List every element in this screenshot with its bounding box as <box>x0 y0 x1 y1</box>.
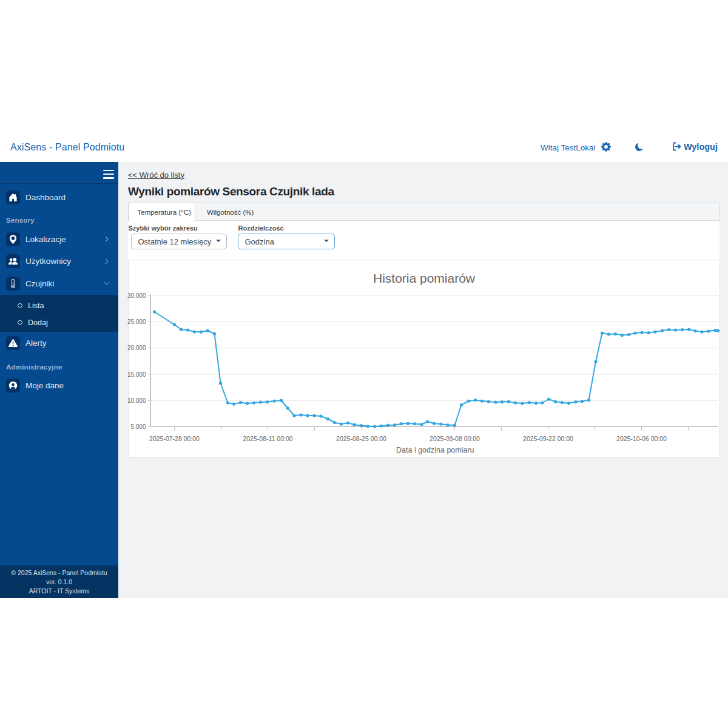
svg-text:10.000: 10.000 <box>127 397 146 404</box>
svg-text:15.000: 15.000 <box>127 371 146 378</box>
svg-text:20.000: 20.000 <box>127 345 146 351</box>
svg-text:30.000: 30.000 <box>127 292 146 299</box>
svg-text:25.000: 25.000 <box>127 318 146 325</box>
svg-text:2025-09-08 00:00: 2025-09-08 00:00 <box>430 435 480 442</box>
svg-text:Historia pomiarów: Historia pomiarów <box>372 271 475 285</box>
svg-text:2025-09-22 00:00: 2025-09-22 00:00 <box>523 435 573 442</box>
svg-text:2025-07-28 00:00: 2025-07-28 00:00 <box>149 435 200 442</box>
svg-text:Data i godzina pomiaru: Data i godzina pomiaru <box>396 446 474 454</box>
svg-text:2025-10-06 00:00: 2025-10-06 00:00 <box>616 435 667 442</box>
svg-text:5.000: 5.000 <box>130 423 146 430</box>
svg-text:2025-08-11 00:00: 2025-08-11 00:00 <box>243 435 292 442</box>
svg-text:2025-08-25 00:00: 2025-08-25 00:00 <box>336 435 386 442</box>
